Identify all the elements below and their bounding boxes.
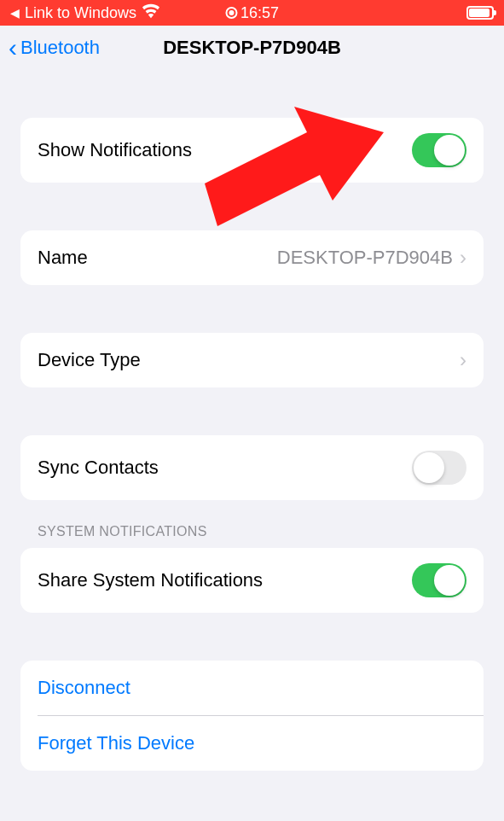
- status-time: 16:57: [240, 4, 279, 22]
- sync-contacts-toggle[interactable]: [412, 451, 466, 485]
- chevron-left-icon: ‹: [9, 35, 17, 61]
- name-cell[interactable]: Name DESKTOP-P7D904B ›: [20, 230, 484, 285]
- show-notifications-label: Show Notifications: [38, 139, 192, 161]
- back-to-app-triangle-icon: ◀: [10, 6, 20, 20]
- show-notifications-toggle[interactable]: [412, 133, 466, 167]
- device-type-label: Device Type: [38, 349, 141, 371]
- share-system-notifications-cell[interactable]: Share System Notifications: [20, 548, 484, 613]
- disconnect-button[interactable]: Disconnect: [20, 661, 484, 715]
- disconnect-label: Disconnect: [38, 677, 130, 699]
- status-bar-center: 16:57: [225, 4, 279, 22]
- status-bar-right: [466, 6, 494, 20]
- back-button[interactable]: ‹ Bluetooth: [9, 35, 100, 61]
- status-bar-left[interactable]: ◀ Link to Windows: [10, 2, 160, 25]
- name-value: DESKTOP-P7D904B: [277, 247, 453, 269]
- sync-contacts-cell[interactable]: Sync Contacts: [20, 435, 484, 500]
- back-to-app-label: Link to Windows: [25, 4, 136, 22]
- status-bar: ◀ Link to Windows 16:57: [0, 0, 504, 26]
- navigation-bar: ‹ Bluetooth DESKTOP-P7D904B: [0, 26, 504, 70]
- screen-record-icon: [225, 7, 237, 19]
- system-notifications-header: SYSTEM NOTIFICATIONS: [20, 524, 484, 548]
- wifi-icon: [142, 2, 160, 25]
- page-title: DESKTOP-P7D904B: [163, 37, 341, 59]
- share-system-notifications-toggle[interactable]: [412, 563, 466, 597]
- back-button-label: Bluetooth: [20, 37, 100, 59]
- sync-contacts-label: Sync Contacts: [38, 457, 159, 479]
- share-system-notifications-label: Share System Notifications: [38, 569, 263, 591]
- forget-device-label: Forget This Device: [38, 732, 194, 754]
- chevron-right-icon: ›: [460, 348, 466, 372]
- forget-device-button[interactable]: Forget This Device: [20, 716, 484, 771]
- device-type-cell[interactable]: Device Type ›: [20, 333, 484, 387]
- name-label: Name: [38, 247, 88, 269]
- battery-icon: [466, 6, 494, 20]
- show-notifications-cell[interactable]: Show Notifications: [20, 118, 484, 183]
- chevron-right-icon: ›: [460, 246, 466, 270]
